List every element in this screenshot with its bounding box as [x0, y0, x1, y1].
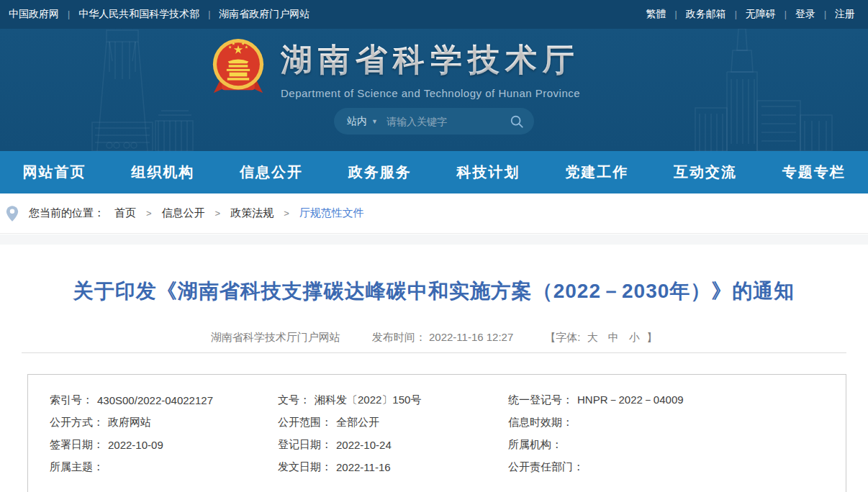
field-affiliated-org: 所属机构： — [508, 434, 846, 456]
breadcrumb: 您当前的位置： 首页 > 信息公开 > 政策法规 > 厅规范性文件 — [29, 206, 364, 220]
divider: | — [735, 9, 737, 19]
field-unified-reg-number: 统一登记号：HNPR－2022－04009 — [508, 389, 846, 411]
field-disclosure-method: 公开方式：政府网站 — [50, 411, 278, 434]
nav-item-home[interactable]: 网站首页 — [0, 151, 109, 193]
article-meta: 湖南省科学技术厅门户网站 发布时间： 2022-11-16 12:27 【字体:… — [0, 331, 868, 345]
font-size-large-button[interactable]: 大 — [587, 331, 598, 343]
divider: | — [785, 9, 787, 19]
field-validity-period: 信息时效期： — [508, 411, 846, 434]
nav-item-sci-tech-plans[interactable]: 科技计划 — [434, 151, 543, 193]
field-disclosure-scope: 公开范围：全部公开 — [278, 411, 508, 434]
divider: | — [208, 9, 210, 19]
breadcrumb-info-disclosure[interactable]: 信息公开 — [162, 206, 205, 220]
link-gov-mail[interactable]: 政务邮箱 — [686, 8, 726, 21]
horizontal-divider — [22, 352, 846, 353]
page: 中国政府网 | 中华人民共和国科学技术部 | 湖南省政府门户网站 繁體 | 政务… — [0, 0, 868, 492]
publish-time-label: 发布时间： — [372, 331, 426, 343]
link-china-gov[interactable]: 中国政府网 — [9, 8, 59, 21]
user-links: 繁體 | 政务邮箱 | 无障碍 | 登录 | 注册 — [646, 8, 856, 21]
nav-item-gov-services[interactable]: 政务服务 — [325, 151, 434, 193]
search-button[interactable] — [510, 114, 524, 129]
breadcrumb-prefix: 您当前的位置： — [29, 206, 104, 220]
nav-item-organization[interactable]: 组织机构 — [109, 151, 217, 193]
section-divider-band — [0, 234, 868, 245]
field-index-number: 索引号：430S00/2022-04022127 — [50, 389, 278, 411]
main-nav: 网站首页 组织机构 信息公开 政务服务 科技计划 党建工作 互动交流 专题专栏 — [0, 151, 868, 193]
field-issue-date: 发文日期：2022-11-16 — [278, 456, 508, 478]
field-subject: 所属主题： — [50, 456, 278, 478]
link-most[interactable]: 中华人民共和国科学技术部 — [78, 8, 199, 21]
field-responsible-dept: 公开责任部门： — [508, 456, 846, 478]
site-name-english: Department of Science and Technology of … — [281, 87, 580, 99]
article-title: 关于印发《湖南省科技支撑碳达峰碳中和实施方案（2022－2030年）》的通知 — [0, 278, 868, 305]
link-register[interactable]: 注册 — [835, 8, 855, 21]
top-utility-bar: 中国政府网 | 中华人民共和国科学技术部 | 湖南省政府门户网站 繁體 | 政务… — [0, 0, 868, 29]
site-name: 湖南省科学技术厅 — [281, 39, 580, 81]
document-info-grid: 索引号：430S00/2022-04022127 文号：湘科发〔2022〕150… — [50, 389, 846, 478]
divider: | — [675, 9, 677, 19]
font-size-prefix: 【字体: — [545, 331, 580, 343]
site-header: 湖南省科学技术厅 Department of Science and Techn… — [0, 29, 868, 151]
font-size-small-button[interactable]: 小 — [629, 331, 640, 343]
nav-item-interaction[interactable]: 互动交流 — [651, 151, 760, 193]
font-size-control: 【字体: 大 中 小 】 — [545, 331, 657, 345]
chevron-down-icon: ▼ — [371, 118, 378, 125]
breadcrumb-separator: > — [215, 208, 221, 219]
nav-item-info-disclosure[interactable]: 信息公开 — [217, 151, 326, 193]
search-bar: 站内 ▼ — [334, 108, 534, 135]
field-registration-date: 登记日期：2022-10-24 — [278, 434, 508, 456]
search-icon — [510, 114, 524, 129]
font-size-medium-button[interactable]: 中 — [608, 331, 619, 343]
divider: | — [824, 9, 826, 19]
divider: | — [68, 9, 70, 19]
font-size-suffix: 】 — [646, 331, 657, 343]
search-scope-dropdown[interactable]: 站内 ▼ — [347, 115, 378, 128]
breadcrumb-bar: 您当前的位置： 首页 > 信息公开 > 政策法规 > 厅规范性文件 — [0, 193, 868, 234]
breadcrumb-current[interactable]: 厅规范性文件 — [299, 206, 364, 220]
link-login[interactable]: 登录 — [795, 8, 815, 21]
location-pin-icon — [6, 205, 19, 222]
link-traditional-chinese[interactable]: 繁體 — [646, 8, 666, 21]
field-signing-date: 签署日期：2022-10-09 — [50, 434, 278, 456]
breadcrumb-separator: > — [284, 208, 289, 219]
document-info-box: 索引号：430S00/2022-04022127 文号：湘科发〔2022〕150… — [27, 374, 846, 492]
publish-time: 发布时间： 2022-11-16 12:27 — [372, 331, 514, 345]
link-hunan-gov[interactable]: 湖南省政府门户网站 — [219, 8, 309, 21]
building-art-left — [29, 29, 194, 151]
article-source: 湖南省科学技术厅门户网站 — [211, 331, 340, 345]
breadcrumb-home[interactable]: 首页 — [114, 206, 136, 220]
national-emblem-logo[interactable] — [211, 37, 266, 98]
field-doc-number: 文号：湘科发〔2022〕150号 — [278, 389, 508, 411]
building-art-right — [652, 29, 839, 151]
site-title-block: 湖南省科学技术厅 Department of Science and Techn… — [281, 39, 580, 99]
search-input[interactable] — [386, 116, 510, 127]
breadcrumb-separator: > — [146, 208, 152, 219]
search-scope-label: 站内 — [347, 115, 367, 128]
nav-item-party-building[interactable]: 党建工作 — [543, 151, 651, 193]
link-accessibility[interactable]: 无障碍 — [746, 8, 776, 21]
breadcrumb-policies[interactable]: 政策法规 — [230, 206, 273, 220]
nav-item-special-columns[interactable]: 专题专栏 — [759, 151, 868, 193]
publish-time-value: 2022-11-16 12:27 — [429, 331, 513, 343]
gov-links: 中国政府网 | 中华人民共和国科学技术部 | 湖南省政府门户网站 — [9, 8, 309, 21]
